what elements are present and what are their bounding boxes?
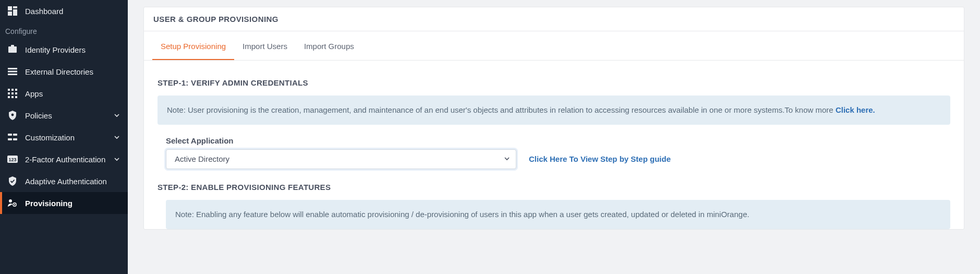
chevron-down-icon [113,134,120,141]
chevron-down-icon [113,156,120,163]
svg-rect-17 [15,96,17,98]
svg-rect-9 [8,89,10,91]
svg-point-25 [9,199,12,202]
chevron-down-icon [113,112,120,119]
svg-rect-15 [8,96,10,98]
step2-title: STEP-2: ENABLE PROVISIONING FEATURES [158,183,950,192]
svg-rect-6 [8,68,17,69]
sidebar-item-adaptive-auth[interactable]: Adaptive Authentication [0,170,128,192]
svg-rect-8 [8,74,17,75]
step1-note: Note: User provisioning is the creation,… [158,96,950,125]
main-content: USER & GROUP PROVISIONING Setup Provisio… [128,0,980,274]
svg-rect-13 [11,92,14,94]
toggles-icon [7,132,18,142]
tab-content: STEP-1: VERIFY ADMIN CREDENTIALS Note: U… [144,61,964,229]
learn-more-link[interactable]: Click here. [836,105,875,114]
svg-rect-0 [8,6,12,10]
svg-rect-4 [8,46,17,53]
dashboard-icon [7,6,18,16]
svg-rect-1 [13,6,17,8]
sidebar-item-dashboard[interactable]: Dashboard [0,0,128,22]
step2-note: Note: Enabling any feature below will en… [166,200,950,229]
sidebar-item-label: Apps [25,89,120,98]
sidebar-item-external-directories[interactable]: External Directories [0,61,128,82]
sidebar-item-identity-providers[interactable]: Identity Providers [0,39,128,61]
svg-text:123: 123 [8,157,16,162]
sidebar-item-label: External Directories [25,67,120,76]
tab-import-groups[interactable]: Import Groups [296,31,362,60]
sidebar-item-label: 2-Factor Authentication [25,155,113,164]
svg-rect-21 [8,138,12,140]
provisioning-card: USER & GROUP PROVISIONING Setup Provisio… [143,7,964,230]
select-application-wrap [166,149,516,169]
list-icon [7,66,18,77]
svg-rect-7 [8,71,17,73]
svg-rect-19 [8,134,12,136]
svg-rect-10 [11,89,14,91]
svg-rect-16 [11,96,14,98]
tab-setup-provisioning[interactable]: Setup Provisioning [152,31,234,60]
note-text: Note: User provisioning is the creation,… [167,105,836,114]
users-gear-icon [7,198,18,208]
tab-import-users[interactable]: Import Users [234,31,296,60]
sidebar-item-label: Policies [25,111,113,120]
svg-point-18 [11,114,14,116]
svg-rect-2 [13,9,17,16]
sidebar-item-provisioning[interactable]: Provisioning [0,192,128,214]
select-application-dropdown[interactable] [166,149,516,169]
select-application-label: Select Application [166,136,516,145]
shield-check-icon [7,176,18,186]
sidebar-item-2fa[interactable]: 123 2-Factor Authentication [0,148,128,170]
id-card-icon [7,44,18,55]
svg-rect-5 [11,45,14,47]
numeric-badge-icon: 123 [7,154,18,164]
apps-grid-icon [7,88,18,99]
sidebar-item-label: Provisioning [25,199,120,208]
step-guide-link[interactable]: Click Here To View Step by Step guide [529,154,671,163]
sidebar-section-configure: Configure [0,22,128,39]
svg-rect-11 [15,89,17,91]
step1-title: STEP-1: VERIFY ADMIN CREDENTIALS [158,78,950,87]
svg-rect-14 [15,92,17,94]
svg-rect-3 [8,11,12,16]
svg-point-27 [14,204,15,205]
tabs: Setup Provisioning Import Users Import G… [144,31,964,61]
card-title: USER & GROUP PROVISIONING [144,7,964,31]
sidebar-item-apps[interactable]: Apps [0,82,128,104]
sidebar-item-label: Customization [25,133,113,142]
sidebar: Dashboard Configure Identity Providers E… [0,0,128,274]
svg-rect-12 [8,92,10,94]
sidebar-item-label: Dashboard [25,7,120,16]
svg-rect-22 [13,138,17,140]
sidebar-item-label: Adaptive Authentication [25,177,120,186]
shield-icon [7,110,18,121]
sidebar-item-policies[interactable]: Policies [0,104,128,126]
sidebar-item-customization[interactable]: Customization [0,126,128,148]
sidebar-item-label: Identity Providers [25,45,120,54]
svg-rect-20 [13,134,17,136]
